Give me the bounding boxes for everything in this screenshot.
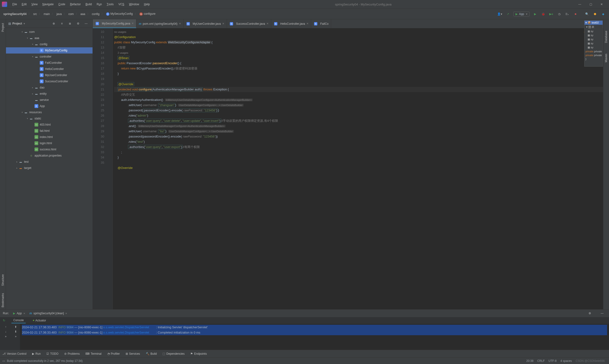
tree-node[interactable]: CMyUserController bbox=[6, 72, 92, 78]
indent-config[interactable]: 4 spaces bbox=[558, 359, 574, 363]
run-hide-icon[interactable]: — bbox=[599, 310, 605, 317]
tree-node[interactable]: CFailController bbox=[6, 60, 92, 66]
bottom-tool-todo[interactable]: ☑TODO bbox=[46, 352, 58, 355]
user-icon[interactable]: 👤▾ bbox=[496, 11, 503, 17]
close-tab-icon[interactable]: ✕ bbox=[266, 22, 269, 25]
menu-window[interactable]: Window bbox=[127, 0, 142, 9]
run-config-selector[interactable]: ▶App▾ bbox=[513, 12, 530, 16]
more2-icon[interactable]: » bbox=[15, 335, 17, 338]
run-button[interactable]: ▶ bbox=[532, 11, 538, 17]
database-popup[interactable]: ▾ 📦 test02 ▾ ▦ 表 ▦ sy ▦ sy ▦ sy ▦ sy ▦ s… bbox=[584, 20, 603, 67]
editor-tab[interactable]: CFailCo bbox=[311, 19, 331, 28]
tool-tab-structure[interactable]: Structure bbox=[1, 273, 4, 288]
code-editor[interactable]: 1011121314151617181920212223242526272829… bbox=[93, 28, 603, 309]
down-arrow-icon[interactable]: ⬇ bbox=[14, 330, 17, 333]
tree-node[interactable]: <>fail.html bbox=[6, 128, 92, 134]
tree-node[interactable]: ▾▬config bbox=[6, 41, 92, 47]
menu-tools[interactable]: Tools bbox=[104, 0, 116, 9]
run-tab-app[interactable]: ▶App✕ bbox=[13, 312, 25, 315]
tree-node[interactable]: ▾▬static bbox=[6, 115, 92, 122]
settings-gear-icon[interactable]: ⚙ bbox=[75, 20, 81, 27]
project-view-title[interactable]: Project bbox=[12, 22, 22, 25]
breadcrumb-com[interactable]: com bbox=[67, 12, 75, 16]
breadcrumb-springSecurity04[interactable]: springSecurity04 bbox=[2, 12, 28, 16]
run-settings-icon[interactable]: ⚙ bbox=[586, 310, 593, 317]
menu-refactor[interactable]: Refactor bbox=[67, 0, 83, 9]
menu-file[interactable]: File bbox=[10, 0, 19, 9]
tree-node[interactable]: ▸▬target bbox=[6, 165, 92, 171]
file-encoding[interactable]: UTF-8 bbox=[547, 359, 558, 363]
tree-node[interactable]: CSuccessController bbox=[6, 78, 92, 84]
tree-node[interactable]: <>403.html bbox=[6, 122, 92, 128]
select-open-file-icon[interactable]: ⊕ bbox=[51, 20, 57, 27]
attach-button[interactable]: ⎘▾ bbox=[564, 11, 571, 17]
menu-navigate[interactable]: Navigate bbox=[40, 0, 56, 9]
bottom-tool-run[interactable]: ▶Run bbox=[32, 352, 41, 355]
breadcrumb-aaa[interactable]: aaa bbox=[79, 12, 87, 16]
settings-icon[interactable]: ⬢ bbox=[592, 11, 598, 17]
breadcrumb-main[interactable]: main bbox=[42, 12, 51, 16]
actuator-tab[interactable]: ✦ Actuator bbox=[30, 318, 48, 323]
editor-tab[interactable]: CSuccessController.java✕ bbox=[227, 19, 271, 28]
tree-node[interactable]: CMySecurityConfig bbox=[6, 47, 92, 53]
breadcrumb-class[interactable]: CMySecurityConfig bbox=[105, 12, 134, 16]
more-icon[interactable]: » bbox=[5, 335, 7, 338]
menu-edit[interactable]: Edit bbox=[19, 0, 29, 9]
up-arrow-icon[interactable]: ⬆ bbox=[14, 325, 17, 328]
sync-icon[interactable]: ↗ bbox=[505, 11, 511, 17]
close-tab-icon[interactable]: ✕ bbox=[131, 22, 134, 25]
tree-node[interactable]: ▸▬test bbox=[6, 159, 92, 165]
line-separator[interactable]: CRLF bbox=[535, 359, 546, 363]
expand-all-icon[interactable]: ≡ bbox=[59, 20, 65, 27]
tree-node[interactable]: <>success.html bbox=[6, 146, 92, 153]
editor-tab[interactable]: CMySecurityConfig.java✕ bbox=[93, 19, 136, 28]
bottom-tool-build[interactable]: 🔨Build bbox=[146, 352, 157, 355]
tool-tab-bookmarks[interactable]: Bookmarks bbox=[1, 291, 4, 309]
close-tab-icon[interactable]: ✕ bbox=[179, 22, 181, 25]
menu-run[interactable]: Run bbox=[94, 0, 104, 9]
debug-button[interactable]: 🐞 bbox=[540, 11, 546, 17]
menu-code[interactable]: Code bbox=[56, 0, 67, 9]
menu-view[interactable]: View bbox=[29, 0, 40, 9]
menu-build[interactable]: Build bbox=[83, 0, 94, 9]
bottom-tool-services[interactable]: ⊞Services bbox=[126, 352, 140, 355]
breadcrumb-method[interactable]: mconfigure bbox=[138, 12, 157, 16]
scroll-down-icon[interactable]: ↓ bbox=[5, 330, 6, 333]
tree-node[interactable]: ▾▬controller bbox=[6, 53, 92, 60]
bottom-tool-problems[interactable]: ⊘Problems bbox=[64, 352, 80, 355]
tree-node[interactable]: ⚙application.properties bbox=[6, 153, 92, 159]
bottom-tool-dependencies[interactable]: ⬚Dependencies bbox=[162, 352, 185, 355]
tree-node[interactable]: ▾▬resources bbox=[6, 109, 92, 115]
editor-tab[interactable]: CMyUserController.java✕ bbox=[184, 19, 227, 28]
close-tab-icon[interactable]: ✕ bbox=[306, 22, 309, 25]
console-output[interactable]: 2024-02-21 17:36:33.483 INFO 9084 --- [n… bbox=[20, 324, 609, 350]
coverage-button[interactable]: ▶⎈ bbox=[548, 11, 555, 17]
profile-button[interactable]: ◷ bbox=[556, 11, 563, 17]
stop-button[interactable]: ■ bbox=[572, 11, 579, 17]
tool-tab-database[interactable]: Database bbox=[605, 29, 608, 45]
bottom-tool-profiler[interactable]: ◔Profiler bbox=[107, 352, 120, 355]
tool-tab-project[interactable]: Project bbox=[1, 21, 4, 34]
editor-tab[interactable]: CHelloController.java✕ bbox=[271, 19, 311, 28]
close-button[interactable]: ✕ bbox=[596, 0, 607, 9]
collapse-all-icon[interactable]: ≣ bbox=[67, 20, 73, 27]
minimize-button[interactable]: — bbox=[574, 0, 585, 9]
bottom-tool-endpoints[interactable]: ⚑Endpoints bbox=[190, 352, 207, 355]
breadcrumb-src[interactable]: src bbox=[32, 12, 38, 16]
breadcrumb-config[interactable]: config bbox=[91, 12, 101, 16]
tree-node[interactable]: CHelloController bbox=[6, 66, 92, 72]
breadcrumb-java[interactable]: java bbox=[55, 12, 63, 16]
bottom-tool-terminal[interactable]: ⌨Terminal bbox=[85, 352, 101, 355]
tree-node[interactable]: ▾▬aaa bbox=[6, 35, 92, 41]
tree-node[interactable]: ▬service bbox=[6, 97, 92, 103]
console-tab[interactable]: Console bbox=[12, 318, 26, 323]
tree-node[interactable]: ▸▬dao bbox=[6, 84, 92, 91]
rerun-icon[interactable]: ↻ bbox=[3, 319, 5, 322]
hide-panel-icon[interactable]: — bbox=[83, 20, 90, 27]
tree-node[interactable]: ▸▬entity bbox=[6, 91, 92, 97]
tree-node[interactable]: CApp bbox=[6, 103, 92, 109]
menu-help[interactable]: Help bbox=[142, 0, 152, 9]
search-icon[interactable]: 🔍 bbox=[583, 11, 590, 17]
editor-tab[interactable]: mpom.xml (springSecurity04)✕ bbox=[136, 19, 184, 28]
menu-vcs[interactable]: VCS bbox=[116, 0, 127, 9]
